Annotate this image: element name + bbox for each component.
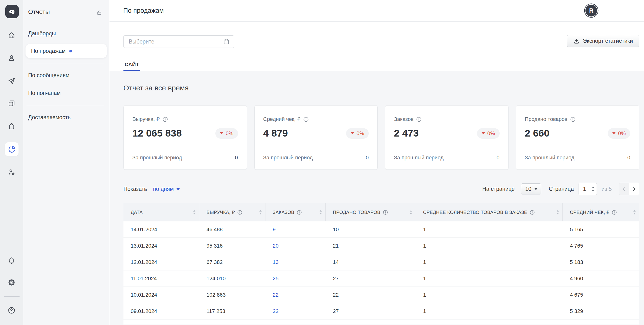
sort-icon[interactable] [317, 210, 322, 215]
cell-avg-check: 4 960 [563, 271, 639, 287]
settings-button[interactable] [6, 277, 17, 288]
sort-icon[interactable] [256, 210, 262, 215]
column-label: ДАТА [131, 210, 143, 215]
column-label: СРЕДНИЙ ЧЕК, ₽ [570, 210, 609, 215]
send-icon [8, 77, 16, 85]
export-statistics-button[interactable]: Экспорт статистики [567, 35, 639, 47]
info-icon[interactable] [162, 116, 168, 122]
sidebar-item-home[interactable] [6, 29, 17, 41]
main-area: По продажам R Экспорт статистики САЙТ От… [110, 0, 644, 325]
chevron-right-icon [632, 187, 636, 191]
cell-avg-check: 4 765 [563, 238, 639, 254]
notifications-button[interactable] [6, 255, 17, 266]
delta-badge: 0% [346, 128, 369, 139]
sidebar-item-deliverability[interactable]: Доставляемость [28, 113, 100, 121]
sidebar-item-popups[interactable] [6, 98, 17, 109]
info-icon[interactable] [570, 116, 576, 122]
cell-revenue: 67 382 [199, 254, 266, 270]
cell-items-sold: 27 [326, 271, 416, 287]
column-label: ПРОДАНО ТОВАРОВ [333, 210, 380, 215]
column-header-revenue[interactable]: ВЫРУЧКА, ₽ [199, 203, 266, 221]
prev-page-button[interactable] [619, 183, 629, 195]
sidebar-item-messages[interactable] [6, 75, 17, 87]
reports-sidebar: Отчеты Дашборды По продажам По сообщения… [23, 0, 109, 325]
info-icon[interactable] [296, 210, 302, 215]
column-header-items-sold[interactable]: ПРОДАНО ТОВАРОВ [326, 203, 416, 221]
table-controls: Показать по дням На странице 10 Страница… [124, 183, 639, 195]
next-page-button[interactable] [629, 183, 639, 195]
table-next-row-partial [124, 320, 639, 325]
previous-period-value: 0 [235, 155, 238, 161]
previous-period-value: 0 [366, 155, 369, 161]
date-range-select[interactable] [124, 35, 234, 48]
cell-orders-link[interactable]: 13 [266, 254, 326, 270]
info-icon[interactable] [383, 210, 388, 215]
sidebar-item-by-messages[interactable]: По сообщениям [28, 71, 100, 79]
rail-divider [4, 296, 20, 297]
sidebar-item-reports[interactable] [5, 142, 18, 156]
total-pages-label: из 5 [602, 186, 612, 192]
tab-site[interactable]: САЙТ [125, 61, 139, 67]
sidebar-item-ecommerce[interactable] [6, 120, 17, 132]
cell-revenue: 102 863 [199, 287, 266, 303]
tab-active-underline [124, 70, 140, 71]
triangle-down-icon [220, 132, 223, 134]
sidebar-item-by-popups[interactable]: По поп-апам [28, 89, 100, 97]
cell-orders-link[interactable]: 20 [266, 238, 326, 254]
help-button[interactable] [6, 305, 17, 316]
group-by-dropdown[interactable]: по дням [153, 186, 180, 192]
sidebar-item-sales[interactable]: По продажам [26, 44, 107, 58]
column-header-orders[interactable]: ЗАКАЗОВ [266, 203, 326, 221]
cell-date: 13.01.2024 [124, 238, 199, 254]
table-row: 13.01.2024 95 316 20 21 1 4 765 [124, 238, 639, 254]
sidebar-title: Отчеты [28, 8, 50, 16]
bell-icon [8, 257, 16, 264]
column-header-avg-items-per-order[interactable]: СРЕДНЕЕ КОЛИЧЕСТВО ТОВАРОВ В ЗАКАЗЕ [416, 203, 563, 221]
per-page-label: На странице [482, 186, 515, 192]
table-row: 12.01.2024 67 382 13 14 1 5 183 [124, 254, 639, 271]
per-page-select[interactable]: 10 [521, 183, 542, 194]
cell-orders-link[interactable]: 9 [266, 221, 326, 238]
info-icon[interactable] [303, 116, 309, 122]
info-icon[interactable] [416, 116, 422, 122]
cell-orders-link[interactable]: 25 [266, 271, 326, 287]
info-icon[interactable] [237, 210, 242, 215]
info-icon[interactable] [530, 210, 535, 215]
column-label: ЗАКАЗОВ [273, 210, 294, 215]
pagination-buttons [619, 183, 639, 195]
section-heading: Отчет за все время [124, 71, 639, 92]
stat-card-value: 2 660 [525, 128, 550, 139]
info-icon[interactable] [612, 210, 617, 215]
sidebar-divider [26, 63, 104, 63]
cell-orders-link[interactable]: 22 [266, 303, 326, 319]
user-icon [8, 54, 16, 62]
cell-date: 11.01.2024 [124, 271, 199, 287]
spinner-arrows-icon[interactable] [591, 185, 594, 193]
logo-squiggle-icon [8, 7, 16, 16]
bag-icon [8, 122, 16, 130]
cell-date: 09.01.2024 [124, 303, 199, 319]
cell-orders-link[interactable]: 22 [266, 287, 326, 303]
table-row: 11.01.2024 124 010 25 27 1 4 960 [124, 271, 639, 287]
caret-down-icon [534, 188, 538, 190]
sales-table: ДАТА ВЫРУЧКА, ₽ ЗАКАЗОВ [124, 203, 639, 325]
gear-icon [8, 279, 16, 286]
sidebar-item-dashboards[interactable]: Дашборды [28, 29, 100, 37]
previous-period-label: За прошлый период [263, 155, 313, 161]
show-label: Показать [124, 186, 147, 192]
sidebar-item-contacts[interactable] [6, 52, 17, 64]
sort-icon[interactable] [554, 210, 559, 215]
cell-avg-items: 1 [416, 238, 563, 254]
stat-card-items-sold: Продано товаров 2 660 0% За прошлый пери… [516, 105, 640, 170]
delta-badge: 0% [216, 128, 238, 139]
sort-icon[interactable] [630, 210, 636, 215]
column-header-date[interactable]: ДАТА [124, 203, 199, 221]
sort-icon[interactable] [190, 210, 196, 215]
date-range-input[interactable] [129, 38, 223, 45]
sort-icon[interactable] [407, 210, 412, 215]
avatar[interactable]: R [585, 4, 598, 17]
previous-period-value: 0 [496, 155, 499, 161]
app-logo[interactable] [5, 5, 19, 18]
column-header-avg-check[interactable]: СРЕДНИЙ ЧЕК, ₽ [563, 203, 639, 221]
sidebar-item-team[interactable] [6, 167, 17, 178]
